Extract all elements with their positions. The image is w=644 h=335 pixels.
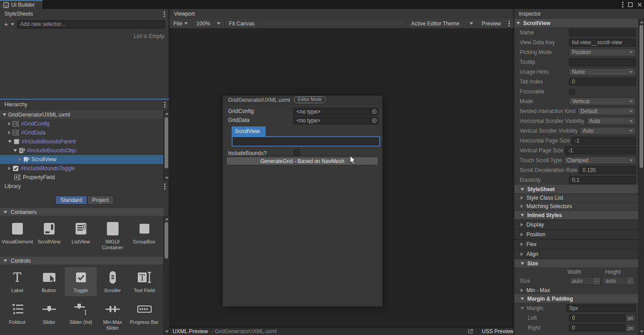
picking-mode-dropdown[interactable]: Position bbox=[569, 48, 636, 56]
usage-hints-dropdown[interactable]: None bbox=[569, 68, 636, 76]
library-item-toggle[interactable]: Toggle bbox=[65, 267, 97, 296]
vertical-page-size-input[interactable]: -1 bbox=[565, 147, 636, 155]
hierarchy-item-griddata[interactable]: #GridData bbox=[0, 128, 164, 137]
foldout-closed-icon[interactable] bbox=[8, 131, 11, 134]
display-foldout[interactable]: Display bbox=[514, 220, 638, 230]
mode-dropdown[interactable]: Vertical bbox=[569, 97, 636, 105]
viewport-menu-icon[interactable] bbox=[505, 21, 513, 26]
margin-shorthand-input[interactable]: 0px bbox=[566, 304, 636, 312]
tab-standard[interactable]: Standard bbox=[55, 196, 87, 205]
scroll-down-icon[interactable] bbox=[165, 177, 169, 179]
object-picker-icon[interactable] bbox=[370, 108, 378, 115]
library-menu-icon[interactable] bbox=[164, 184, 165, 189]
foldout-open-icon[interactable] bbox=[8, 140, 12, 143]
size-section-header[interactable]: Size bbox=[514, 259, 638, 268]
controls-section-header[interactable]: Controls bbox=[0, 257, 164, 264]
fit-canvas-button[interactable]: Fit Canvas bbox=[225, 19, 259, 29]
library-item-foldout[interactable]: Foldout bbox=[1, 299, 33, 334]
foldout-closed-icon[interactable] bbox=[19, 158, 21, 161]
foldout-closed-icon[interactable] bbox=[8, 122, 11, 126]
zoom-dropdown[interactable]: 100% bbox=[192, 19, 225, 29]
close-icon[interactable] bbox=[637, 2, 642, 7]
maximize-icon[interactable] bbox=[628, 2, 633, 7]
hierarchy-item-root[interactable]: GridGeneratorUXML.uxml bbox=[0, 110, 164, 119]
margin-left-input[interactable]: 0 px bbox=[569, 314, 636, 322]
foldout-open-icon[interactable] bbox=[3, 113, 6, 116]
library-scrollbar[interactable] bbox=[163, 216, 169, 335]
add-selector-input[interactable] bbox=[17, 20, 165, 29]
selected-element-name-tab[interactable]: ScrollView bbox=[232, 126, 266, 136]
margin-right-input[interactable]: 0 px bbox=[569, 324, 636, 332]
hierarchy-item-includeboundsobjs[interactable]: #IncludeBoundsObjs bbox=[0, 146, 164, 155]
elasticity-input[interactable]: 0.1 bbox=[569, 176, 636, 184]
stylesheet-section-header[interactable]: StyleSheet bbox=[514, 185, 638, 194]
library-item-scrollview[interactable]: ScrollView bbox=[33, 218, 65, 253]
library-item-slider[interactable]: Slider bbox=[33, 299, 65, 334]
preview-button[interactable]: Preview bbox=[478, 19, 505, 29]
library-item-label[interactable]: T Label bbox=[1, 267, 33, 296]
containers-section-header[interactable]: Containers bbox=[0, 208, 164, 216]
include-bounds-checkbox[interactable] bbox=[294, 149, 300, 155]
margin-padding-section-header[interactable]: Margin & Padding bbox=[514, 294, 638, 303]
tab-index-input[interactable]: 0 bbox=[569, 78, 636, 86]
scroll-up-icon[interactable] bbox=[165, 113, 169, 115]
scroll-up-icon[interactable] bbox=[165, 218, 169, 220]
matching-selectors-foldout[interactable]: Matching Selectors bbox=[514, 202, 638, 211]
library-item-scroller[interactable]: Scroller bbox=[97, 267, 128, 296]
width-field[interactable]: auto – bbox=[569, 277, 601, 285]
flex-foldout[interactable]: Flex bbox=[514, 239, 638, 249]
scroll-up-icon[interactable] bbox=[640, 21, 644, 23]
library-item-groupbox[interactable]: GroupBox bbox=[128, 218, 160, 253]
style-class-list-foldout[interactable]: Style Class List bbox=[514, 194, 638, 202]
nested-interaction-dropdown[interactable]: Default bbox=[577, 107, 636, 115]
hierarchy-menu-icon[interactable] bbox=[164, 102, 165, 108]
grid-config-object-field[interactable]: <no type> bbox=[293, 108, 378, 116]
tooltip-input[interactable] bbox=[569, 58, 636, 66]
library-item-progressbar[interactable]: Progress Bar bbox=[128, 299, 160, 334]
uss-preview-title[interactable]: USS Preview bbox=[482, 328, 513, 335]
canvas-document[interactable]: GridGeneratorUXML.uxml Editor Mode GridC… bbox=[223, 96, 382, 306]
width-unit-dropdown[interactable]: – bbox=[592, 277, 600, 285]
tab-project[interactable]: Project bbox=[87, 196, 114, 205]
hierarchy-item-gridconfig[interactable]: #GridConfig bbox=[0, 119, 164, 128]
scrollview-attributes-header[interactable]: ScrollView bbox=[514, 19, 638, 28]
grid-data-object-field[interactable]: <no type> bbox=[293, 117, 378, 125]
hierarchy-item-includeboundsparent[interactable]: #IncludeBoundsParent bbox=[0, 137, 164, 146]
inlined-styles-section-header[interactable]: Inlined Styles bbox=[514, 211, 638, 220]
inspector-scrollbar[interactable] bbox=[638, 19, 644, 335]
scroll-deceleration-input[interactable]: 0.135 bbox=[579, 166, 636, 174]
stylesheets-menu-icon[interactable] bbox=[164, 11, 165, 17]
library-item-button[interactable]: Button bbox=[33, 267, 65, 296]
library-item-slider-int[interactable]: I Slider (Int) bbox=[65, 299, 97, 334]
margin-foldout-icon[interactable] bbox=[521, 307, 524, 310]
name-input[interactable] bbox=[569, 29, 636, 37]
position-foldout[interactable]: Position bbox=[514, 230, 638, 239]
add-stylesheet-button[interactable]: ＋ bbox=[3, 20, 14, 29]
window-menu-icon[interactable] bbox=[622, 2, 623, 8]
canvas-header[interactable]: GridGeneratorUXML.uxml Editor Mode bbox=[223, 96, 382, 105]
theme-dropdown[interactable]: Active Editor Theme bbox=[407, 19, 478, 29]
object-picker-icon[interactable] bbox=[370, 117, 378, 124]
selected-scrollview-outline[interactable] bbox=[232, 136, 380, 147]
generate-grid-button[interactable]: GenerateGrid - Based on NavMesh bbox=[226, 157, 378, 165]
height-field[interactable]: auto – bbox=[602, 277, 634, 285]
horizontal-page-size-input[interactable]: -1 bbox=[572, 137, 636, 145]
hierarchy-scrollbar[interactable] bbox=[163, 110, 169, 181]
view-data-key-input[interactable]: list-view__scroll-view bbox=[569, 38, 636, 46]
height-unit-dropdown[interactable]: – bbox=[626, 277, 634, 285]
hierarchy-item-propertyfield[interactable]: PropertyField bbox=[0, 173, 164, 181]
hierarchy-item-scrollview[interactable]: ScrollView bbox=[0, 155, 164, 164]
library-item-minmax-slider[interactable]: Min-Max Slider bbox=[97, 299, 128, 334]
library-item-imgui-container[interactable]: IMGUI Container bbox=[97, 218, 128, 253]
uxml-preview-title[interactable]: UXML Preview bbox=[173, 328, 208, 335]
focusable-checkbox[interactable] bbox=[569, 89, 575, 95]
foldout-open-icon[interactable] bbox=[13, 149, 17, 152]
file-menu-button[interactable]: File bbox=[169, 19, 192, 29]
editor-mode-badge[interactable]: Editor Mode bbox=[294, 96, 326, 103]
library-item-textfield[interactable]: T Text Field bbox=[128, 267, 160, 296]
library-item-listview[interactable]: ListView bbox=[65, 218, 97, 253]
align-foldout[interactable]: Align bbox=[514, 249, 638, 259]
hierarchy-item-includeboundstoggle[interactable]: #IncludeBoundsToggle bbox=[0, 164, 164, 173]
min-max-foldout[interactable]: Min - Max bbox=[514, 286, 638, 294]
tab-ui-builder[interactable]: ui UI Builder bbox=[0, 0, 42, 9]
